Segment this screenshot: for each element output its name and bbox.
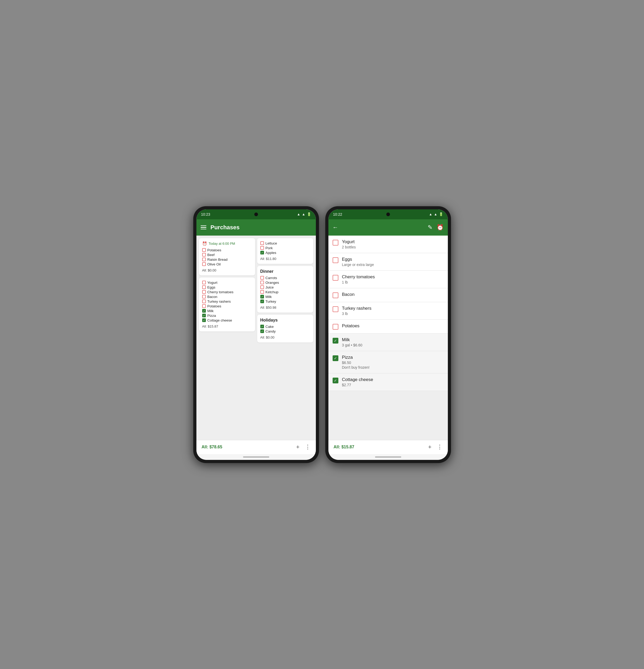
checkbox-unchecked[interactable]	[202, 258, 206, 261]
checkbox-unchecked[interactable]	[260, 241, 264, 245]
checkbox-unchecked[interactable]	[260, 246, 264, 250]
today-right-card[interactable]: LettucePork✓Apples All: $11.80	[257, 238, 313, 264]
list-item[interactable]: ✓Turkey	[260, 300, 310, 303]
list-item[interactable]: ✓Milk	[260, 295, 310, 299]
detail-checkbox-unchecked[interactable]	[333, 324, 338, 330]
detail-item-sub: 3 gal • $6.60	[342, 343, 363, 347]
wifi-icon-right: ▲	[429, 212, 433, 216]
checkbox-unchecked[interactable]	[202, 281, 206, 284]
list-item[interactable]: ✓Cottage cheese	[202, 318, 252, 322]
detail-item-name: Milk	[342, 337, 363, 342]
home-indicator-right	[328, 454, 448, 460]
more-button-right[interactable]: ⋮	[437, 444, 443, 451]
checkbox-unchecked[interactable]	[202, 248, 206, 252]
detail-checkbox-unchecked[interactable]	[333, 293, 338, 298]
more-button-left[interactable]: ⋮	[305, 444, 311, 451]
checkbox-unchecked[interactable]	[260, 290, 264, 294]
detail-list-item[interactable]: Yogurt2 bottles	[328, 236, 448, 253]
list-item-text: Milk	[207, 309, 214, 313]
list-item[interactable]: Lettuce	[260, 241, 310, 245]
checkbox-checked[interactable]: ✓	[202, 314, 206, 317]
detail-checkbox-checked[interactable]: ✓	[333, 338, 338, 343]
holidays-total: All: $0.00	[260, 336, 310, 339]
list-item-text: Carrots	[266, 276, 277, 280]
detail-text-block: Cottage cheese$2.77	[342, 377, 373, 387]
list-item[interactable]: Ketchup	[260, 290, 310, 294]
list-item[interactable]: Potatoes	[202, 304, 252, 308]
detail-checkbox-unchecked[interactable]	[333, 257, 338, 263]
checkbox-unchecked[interactable]	[260, 285, 264, 289]
list-item[interactable]: Raisin Bread	[202, 258, 252, 261]
detail-list-item[interactable]: Potatoes	[328, 320, 448, 333]
list-item[interactable]: Yogurt	[202, 281, 252, 285]
detail-list-item[interactable]: ✓Pizza$6.50Don't buy frozen!	[328, 351, 448, 373]
detail-list-item[interactable]: ✓Milk3 gal • $6.60	[328, 333, 448, 351]
checkbox-checked[interactable]: ✓	[260, 295, 264, 298]
list-item[interactable]: Potatoes	[202, 248, 252, 252]
checkbox-checked[interactable]: ✓	[260, 329, 264, 333]
checkbox-checked[interactable]: ✓	[260, 300, 264, 303]
dinner-total: All: $50.98	[260, 305, 310, 310]
checkbox-checked[interactable]: ✓	[260, 325, 264, 328]
checkbox-unchecked[interactable]	[202, 262, 206, 266]
today-card[interactable]: ⏰ Today at 6:00 PM PotatoesBeefRaisin Br…	[199, 238, 255, 275]
status-time-right: 10:22	[333, 212, 342, 216]
detail-item-name: Eggs	[342, 257, 374, 262]
checkbox-unchecked[interactable]	[202, 300, 206, 303]
list-item[interactable]: ✓Apples	[260, 251, 310, 255]
list-item[interactable]: ✓Cake	[260, 325, 310, 329]
list-item[interactable]: Olive Oil	[202, 262, 252, 266]
checkbox-checked[interactable]: ✓	[260, 251, 264, 254]
checkbox-checked[interactable]: ✓	[202, 318, 206, 322]
alarm-button[interactable]: ⏰	[437, 224, 444, 231]
detail-list-item[interactable]: EggsLarge or extra large	[328, 253, 448, 271]
list-item[interactable]: Turkey rashers	[202, 300, 252, 303]
detail-checkbox-unchecked[interactable]	[333, 240, 338, 245]
detail-list-item[interactable]: ✓Cottage cheese$2.77	[328, 373, 448, 391]
checkbox-unchecked[interactable]	[202, 295, 206, 298]
detail-checkbox-unchecked[interactable]	[333, 275, 338, 281]
menu-button[interactable]	[201, 225, 206, 230]
holidays-card[interactable]: Holidays ✓Cake✓Candy All: $0.00	[257, 315, 313, 342]
list-item[interactable]: Oranges	[260, 281, 310, 285]
detail-list-item[interactable]: Turkey rashers3 lb	[328, 302, 448, 320]
checkbox-unchecked[interactable]	[260, 281, 264, 284]
detail-item-name: Cherry tomatoes	[342, 274, 375, 280]
dinner-card[interactable]: Dinner CarrotsOrangesJuiceKetchup✓Milk✓T…	[257, 266, 313, 313]
list-item[interactable]: Beef	[202, 253, 252, 257]
main-list-card[interactable]: YogurtEggsCherry tomatoesBaconTurkey ras…	[199, 277, 255, 331]
edit-button[interactable]: ✎	[428, 224, 433, 231]
list-item[interactable]: ✓Candy	[260, 329, 310, 333]
detail-item-name: Pizza	[342, 355, 369, 360]
checkbox-unchecked[interactable]	[202, 304, 206, 308]
list-item-text: Pork	[266, 246, 273, 250]
list-item[interactable]: Juice	[260, 285, 310, 289]
detail-checkbox-checked[interactable]: ✓	[333, 378, 338, 383]
checkbox-unchecked[interactable]	[202, 285, 206, 289]
detail-items-container: Yogurt2 bottlesEggsLarge or extra largeC…	[328, 236, 448, 391]
detail-list-item[interactable]: Bacon	[328, 288, 448, 302]
list-item[interactable]: Carrots	[260, 276, 310, 280]
back-button[interactable]: ←	[333, 224, 338, 231]
list-item[interactable]: Eggs	[202, 285, 252, 289]
list-item[interactable]: Pork	[260, 246, 310, 250]
checkbox-unchecked[interactable]	[202, 253, 206, 257]
list-item-text: Milk	[266, 295, 272, 299]
detail-item-sub: $2.77	[342, 383, 373, 387]
detail-app-bar: ← ✎ ⏰	[328, 219, 448, 236]
list-item[interactable]: Bacon	[202, 295, 252, 299]
list-item-text: Cake	[266, 325, 274, 329]
list-item[interactable]: ✓Milk	[202, 309, 252, 313]
add-button-left[interactable]: +	[296, 444, 299, 451]
checkbox-unchecked[interactable]	[260, 276, 264, 280]
detail-checkbox-checked[interactable]: ✓	[333, 355, 338, 361]
today-label: Today at 6:00 PM	[209, 242, 235, 245]
list-item[interactable]: ✓Pizza	[202, 314, 252, 317]
detail-list-item[interactable]: Cherry tomatoes1 lb	[328, 271, 448, 288]
checkbox-unchecked[interactable]	[202, 290, 206, 294]
detail-checkbox-unchecked[interactable]	[333, 306, 338, 312]
list-item[interactable]: Cherry tomatoes	[202, 290, 252, 294]
list-item-text: Juice	[266, 285, 274, 289]
add-button-right[interactable]: +	[428, 444, 431, 451]
checkbox-checked[interactable]: ✓	[202, 309, 206, 313]
